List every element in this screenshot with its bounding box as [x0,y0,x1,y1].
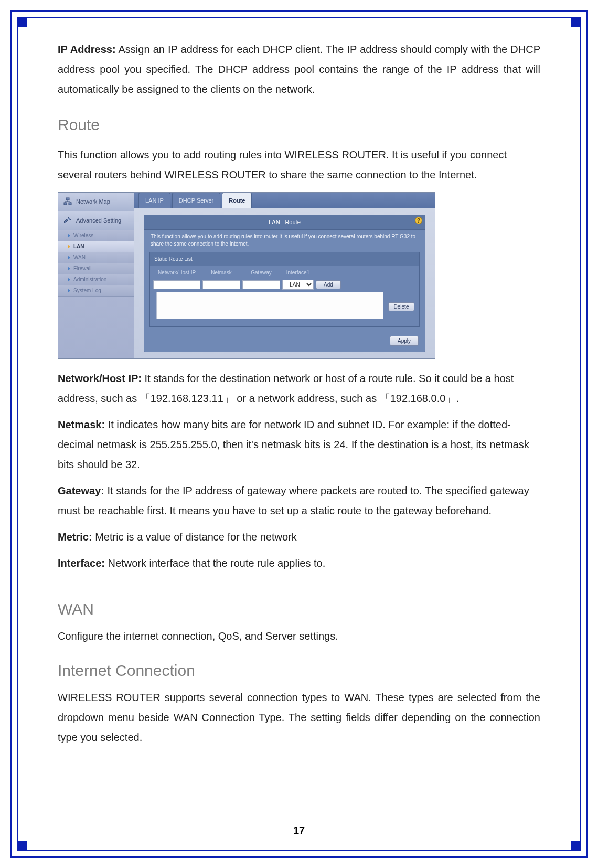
router-ui-screenshot: Network Map Advanced Setting Wireless LA… [58,192,435,359]
svg-rect-1 [64,203,67,205]
help-icon[interactable]: ? [415,217,422,224]
page-number: 17 [0,824,598,837]
static-route-list-box: Static Route List Network/Host IP Netmas… [150,252,420,327]
sidebar-item-firewall[interactable]: Firewall [58,263,134,274]
metric-paragraph: Metric: Metric is a value of distance fo… [58,527,540,547]
route-columns-header: Network/Host IP Netmask Gateway Interfac… [150,266,419,278]
add-button[interactable]: Add [316,280,341,289]
sidebar-item-label: Wireless [73,232,93,239]
network-host-ip-paragraph: Network/Host IP: It stands for the desti… [58,368,540,408]
route-intro: This function allows you to add routing … [58,145,540,185]
route-list-area [156,292,383,319]
sidebar-item-lan[interactable]: LAN [58,241,134,252]
network-map-icon [63,197,72,206]
sidebar-item-label: System Log [73,287,101,294]
panel-title: LAN - Route [144,215,425,230]
gateway-paragraph: Gateway: It stands for the IP address of… [58,481,540,521]
route-panel: LAN - Route ? This function allows you t… [144,215,425,352]
sidebar-advanced-setting-label: Advanced Setting [76,215,121,226]
col-network-host-ip: Network/Host IP [153,268,200,278]
corner-tl [17,17,27,27]
sidebar-item-label: Administration [73,276,106,283]
internet-connection-heading: Internet Connection [58,655,540,685]
route-input-row: LAN Add [150,278,419,292]
wan-heading: WAN [58,594,540,624]
arrow-icon [68,278,70,282]
svg-rect-0 [66,198,69,200]
sidebar-item-label: WAN [73,254,86,261]
panel-description: This function allows you to add routing … [144,230,425,252]
wan-text: Configure the internet connection, QoS, … [58,626,540,646]
sidebar-item-wireless[interactable]: Wireless [58,230,134,241]
tab-dhcp-server[interactable]: DHCP Server [172,193,220,208]
corner-tr [571,17,581,27]
tab-lan-ip[interactable]: LAN IP [138,193,170,208]
tab-bar: LAN IP DHCP Server Route [134,193,435,208]
arrow-icon [68,289,70,293]
netmask-text: It indicates how many bits are for netwo… [58,419,529,470]
sidebar-item-label: LAN [73,243,84,250]
sidebar-item-administration[interactable]: Administration [58,274,134,285]
arrow-icon [68,245,70,249]
apply-button[interactable]: Apply [390,336,419,346]
gateway-text: It stands for the IP address of gateway … [58,485,529,516]
corner-br [571,841,581,851]
gateway-label: Gateway: [58,485,104,496]
sidebar-network-map-label: Network Map [76,196,110,207]
delete-button[interactable]: Delete [388,302,415,311]
svg-rect-2 [69,203,71,205]
arrow-icon [68,267,70,271]
network-host-ip-label: Network/Host IP: [58,373,142,384]
sidebar: Network Map Advanced Setting Wireless LA… [58,193,134,358]
sidebar-item-wan[interactable]: WAN [58,252,134,263]
col-netmask: Netmask [202,268,240,278]
arrow-icon [68,234,70,238]
corner-bl [17,841,27,851]
sidebar-item-system-log[interactable]: System Log [58,285,134,297]
metric-label: Metric: [58,531,92,543]
interface-paragraph: Interface: Network interface that the ro… [58,553,540,573]
netmask-paragraph: Netmask: It indicates how many bits are … [58,415,540,474]
ip-address-label: IP Address: [58,44,116,55]
netmask-label: Netmask: [58,419,105,430]
sidebar-network-map[interactable]: Network Map [58,193,134,211]
interface-text: Network interface that the route rule ap… [105,557,325,569]
static-route-list-title: Static Route List [150,252,419,266]
sidebar-advanced-setting[interactable]: Advanced Setting [58,211,134,230]
interface-select[interactable]: LAN [282,280,314,290]
ip-address-paragraph: IP Address: Assign an IP address for eac… [58,39,540,99]
interface-label: Interface: [58,557,105,569]
internet-connection-text: WIRELESS ROUTER supports several connect… [58,687,540,747]
main-panel: LAN IP DHCP Server Route LAN - Route ? T… [134,193,435,358]
sidebar-item-label: Firewall [73,265,91,272]
gateway-input[interactable] [242,280,280,289]
network-host-ip-input[interactable] [153,280,200,289]
netmask-input[interactable] [202,280,240,289]
arrow-icon [68,256,70,260]
tab-route[interactable]: Route [222,193,252,208]
col-gateway: Gateway [242,268,280,278]
col-interface: Interface1 [282,268,314,278]
ip-address-text: Assign an IP address for each DHCP clien… [58,44,540,95]
tools-icon [63,216,72,225]
metric-text: Metric is a value of distance for the ne… [92,531,297,543]
route-heading: Route [58,110,540,140]
